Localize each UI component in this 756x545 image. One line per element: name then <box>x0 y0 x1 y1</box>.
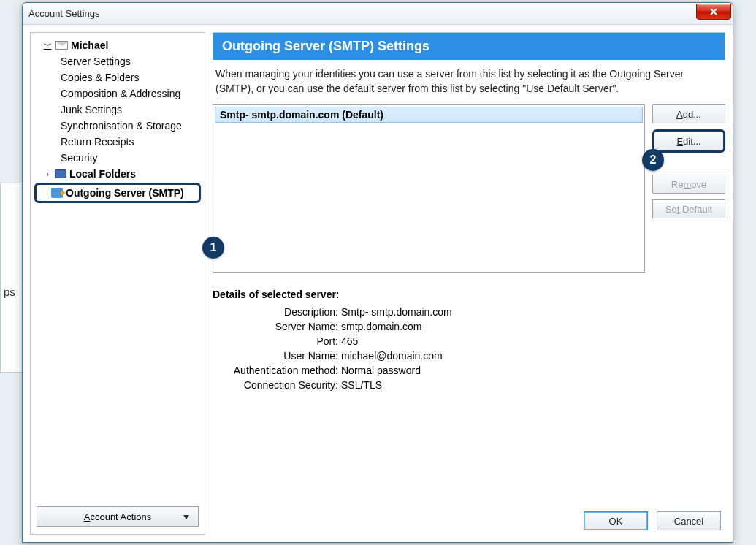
label-user: User Name: <box>217 350 341 362</box>
label-port: Port: <box>217 335 341 347</box>
outgoing-label: Outgoing Server (SMTP) <box>66 187 184 199</box>
details-grid: Description: Smtp- smtp.domain.com Serve… <box>213 306 725 391</box>
add-button[interactable]: Add... <box>652 104 725 123</box>
value-security: SSL/TLS <box>341 379 725 391</box>
sidebar-item-copies-folders[interactable]: Copies & Folders <box>33 69 202 85</box>
outgoing-server-icon <box>51 188 63 198</box>
account-name: Michael <box>71 39 108 51</box>
chevron-right-icon: › <box>43 169 52 178</box>
tree-local-folders[interactable]: › Local Folders <box>33 166 202 182</box>
server-buttons: Add... Edit... Remove Set Default <box>652 104 725 272</box>
window-content: ﹀ Michael Server Settings Copies & Folde… <box>23 25 733 542</box>
dialog-footer: OK Cancel <box>213 501 725 535</box>
cancel-button[interactable]: Cancel <box>657 511 721 530</box>
label-security: Connection Security: <box>217 379 341 391</box>
sidebar-item-server-settings[interactable]: Server Settings <box>33 53 202 69</box>
sidebar-item-junk[interactable]: Junk Settings <box>33 102 202 118</box>
folder-icon <box>55 169 66 178</box>
close-icon <box>709 7 719 17</box>
value-description: Smtp- smtp.domain.com <box>341 306 725 318</box>
sidebar-item-outgoing-smtp[interactable]: Outgoing Server (SMTP) <box>34 183 201 203</box>
label-description: Description: <box>217 306 341 318</box>
main-panel: Outgoing Server (SMTP) Settings When man… <box>213 32 725 535</box>
window-title: Account Settings <box>28 8 100 19</box>
sidebar-item-sync-storage[interactable]: Synchronisation & Storage <box>33 118 202 134</box>
titlebar: Account Settings <box>23 3 733 25</box>
smtp-server-list[interactable]: Smtp- smtp.domain.com (Default) <box>213 104 645 272</box>
label-auth: Authentication method: <box>217 365 341 376</box>
sidebar-item-return-receipts[interactable]: Return Receipts <box>33 134 202 150</box>
callout-1: 1 <box>202 237 224 259</box>
close-button[interactable] <box>696 4 731 20</box>
value-port: 465 <box>341 335 725 347</box>
panel-description: When managing your identities you can us… <box>213 60 725 104</box>
server-details: Details of selected server: Description:… <box>213 289 725 391</box>
sidebar: ﹀ Michael Server Settings Copies & Folde… <box>30 32 205 535</box>
ok-button[interactable]: OK <box>584 511 648 530</box>
smtp-server-item-selected[interactable]: Smtp- smtp.domain.com (Default) <box>215 107 643 123</box>
edit-button[interactable]: Edit... <box>652 129 725 153</box>
set-default-button[interactable]: Set Default <box>652 199 725 218</box>
sidebar-item-composition[interactable]: Composition & Addressing <box>33 85 202 102</box>
local-folders-label: Local Folders <box>69 168 136 180</box>
mail-icon <box>55 41 68 50</box>
chevron-down-icon: ﹀ <box>43 40 52 51</box>
value-auth: Normal password <box>341 365 725 376</box>
sidebar-item-security[interactable]: Security <box>33 150 202 166</box>
background-fragment <box>0 183 22 373</box>
callout-2: 2 <box>642 149 664 171</box>
account-tree: ﹀ Michael Server Settings Copies & Folde… <box>31 33 205 502</box>
panel-title: Outgoing Server (SMTP) Settings <box>213 32 725 60</box>
details-heading: Details of selected server: <box>213 289 725 300</box>
value-user: michael@domain.com <box>341 350 725 362</box>
account-actions-button[interactable]: Account Actions <box>37 506 199 527</box>
server-area: Smtp- smtp.domain.com (Default) Add... E… <box>213 104 725 272</box>
remove-button[interactable]: Remove <box>652 175 725 194</box>
account-settings-window: Account Settings ﹀ Michael Server Settin… <box>22 2 733 543</box>
label-server: Server Name: <box>217 321 341 332</box>
tree-account-michael[interactable]: ﹀ Michael <box>33 37 202 53</box>
value-server: smtp.domain.com <box>341 321 725 332</box>
